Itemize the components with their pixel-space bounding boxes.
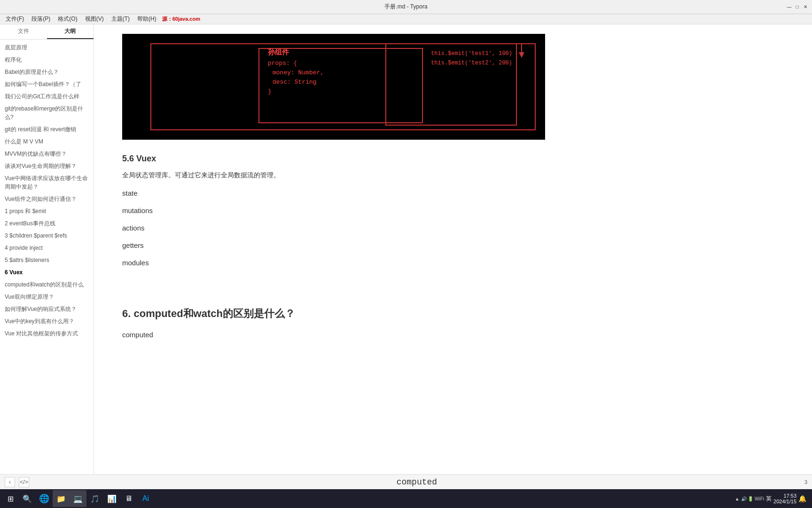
menu-paragraph[interactable]: 段落(P) bbox=[28, 14, 54, 24]
notification-icon: 🔔 bbox=[798, 495, 806, 502]
brand-label: 源：60java.com bbox=[162, 16, 200, 23]
emit2-text: this.$emit('test2', 200) bbox=[431, 60, 512, 66]
sidebar-tabs: 文件 大纲 bbox=[0, 24, 94, 40]
nav-item-程序化[interactable]: 程序化 bbox=[0, 54, 94, 66]
title-text: 手册.md - Typora bbox=[4, 3, 808, 11]
taskbar: ⊞ 🔍 🌐 📁 💻 🎵 📊 🖥 Ai ▲ 🔊 🔋 WiFi 英 17:53 20… bbox=[0, 489, 812, 508]
emit1-text: this.$emit('test1', 100) bbox=[431, 50, 512, 57]
nav-item-babel-plugin[interactable]: 如何编写一个Babel插件？（了 bbox=[0, 78, 94, 90]
props-label: props: { bbox=[268, 60, 297, 67]
nav-item-binding[interactable]: Vue双向绑定原理？ bbox=[0, 291, 94, 303]
start-button[interactable]: ⊞ bbox=[2, 490, 19, 507]
maximize-button[interactable]: □ bbox=[794, 4, 800, 10]
nav-item-key[interactable]: Vue中的key到底有什么用？ bbox=[0, 315, 94, 327]
system-icons: ▲ 🔊 🔋 WiFi bbox=[735, 496, 764, 501]
content-area[interactable]: 孙组件 props: { money: Number, desc: String… bbox=[94, 24, 812, 493]
window-controls[interactable]: — □ ✕ bbox=[786, 4, 808, 10]
status-right: 3 bbox=[804, 479, 807, 485]
nav-item-vue-comm[interactable]: Vue组件之间如何进行通信？ bbox=[0, 193, 94, 205]
vuex-description: 全局状态管理库。可通过它来进行全局数据流的管理。 bbox=[122, 169, 784, 181]
app-icon3[interactable]: Ai bbox=[137, 490, 154, 507]
close-brace: } bbox=[268, 88, 272, 95]
clock-date: 2024/1/15 bbox=[773, 499, 796, 504]
taskbar-lang: 英 bbox=[766, 495, 772, 503]
vuex-state: state bbox=[122, 187, 784, 199]
nav-item-git-rebase[interactable]: git的rebase和merge的区别是什么? bbox=[0, 103, 94, 123]
menu-help[interactable]: 帮助(H) bbox=[133, 14, 160, 24]
nav-item-vue-request[interactable]: Vue中网络请求应该放在哪个生命周期中发起？ bbox=[0, 172, 94, 193]
status-computed-text: computed bbox=[397, 477, 437, 487]
menu-theme[interactable]: 主题(T) bbox=[108, 14, 133, 24]
section-56-heading: 5.6 Vuex bbox=[122, 154, 784, 164]
title-bar: 手册.md - Typora — □ ✕ bbox=[0, 0, 812, 14]
nav-item-git-workflow[interactable]: 我们公司的Git工作流是什么样 bbox=[0, 90, 94, 103]
money-label: money: Number, bbox=[273, 69, 324, 76]
nav-item-provide[interactable]: 4 provide inject bbox=[0, 242, 94, 254]
close-button[interactable]: ✕ bbox=[802, 4, 808, 10]
nav-item-eventbus[interactable]: 2 eventBus事件总线 bbox=[0, 217, 94, 230]
main-layout: 文件 大纲 底层原理 程序化 Babel的原理是什么？ 如何编写一个Babel插… bbox=[0, 24, 812, 493]
code-toggle-button[interactable]: </> bbox=[19, 477, 29, 487]
child-component-label: 孙组件 bbox=[268, 48, 289, 57]
section-6-heading: 6. computed和watch的区别是什么？ bbox=[122, 307, 784, 321]
tab-files[interactable]: 文件 bbox=[0, 24, 47, 39]
editor-icon[interactable]: 💻 bbox=[70, 490, 86, 507]
app-icon1[interactable]: 📊 bbox=[103, 490, 120, 507]
clock-time: 17:53 bbox=[773, 493, 796, 499]
nav-item-props-emit[interactable]: 1 props 和 $emit bbox=[0, 205, 94, 217]
desc-label: desc: String bbox=[273, 79, 317, 86]
nav-item-babel[interactable]: Babel的原理是什么？ bbox=[0, 66, 94, 78]
vuex-modules: modules bbox=[122, 256, 784, 269]
nav-item-git-reset[interactable]: git的 reset回退 和 revert撤销 bbox=[0, 123, 94, 135]
nav-item-reactive[interactable]: 如何理解Vue的响应式系统？ bbox=[0, 303, 94, 315]
page-number: 3 bbox=[804, 479, 807, 485]
prev-nav-button[interactable]: ‹ bbox=[5, 477, 15, 487]
nav-item-mvvm[interactable]: 什么是 M V VM bbox=[0, 135, 94, 148]
nav-item-vue-lifecycle[interactable]: 谈谈对Vue生命周期的理解？ bbox=[0, 160, 94, 172]
media-icon[interactable]: 🎵 bbox=[86, 490, 103, 507]
menu-format[interactable]: 格式(O) bbox=[54, 14, 81, 24]
vuex-mutations: mutations bbox=[122, 204, 784, 217]
status-left: ‹ </> bbox=[5, 477, 29, 487]
vuex-actions: actions bbox=[122, 222, 784, 234]
nav-item-children[interactable]: 3 $children $parent $refs bbox=[0, 230, 94, 242]
taskbar-clock: 17:53 2024/1/15 bbox=[773, 493, 796, 504]
status-center: computed bbox=[29, 477, 804, 487]
app-icon2[interactable]: 🖥 bbox=[120, 490, 137, 507]
nav-item-compare[interactable]: Vue 对比其他框架的传参方式 bbox=[0, 327, 94, 340]
sidebar-nav: 底层原理 程序化 Babel的原理是什么？ 如何编写一个Babel插件？（了 我… bbox=[0, 40, 94, 493]
nav-item-attrs[interactable]: 5 $attrs $listeners bbox=[0, 254, 94, 266]
nav-item-底层原理[interactable]: 底层原理 bbox=[0, 41, 94, 54]
browser-icon[interactable]: 🌐 bbox=[36, 490, 53, 507]
nav-item-vuex[interactable]: 6 Vuex bbox=[0, 266, 94, 278]
search-icon[interactable]: 🔍 bbox=[19, 490, 36, 507]
menu-view[interactable]: 视图(V) bbox=[81, 14, 108, 24]
computed-label: computed bbox=[122, 328, 784, 341]
nav-item-computed-watch[interactable]: computed和watch的区别是什么 bbox=[0, 278, 94, 291]
folder-icon[interactable]: 📁 bbox=[53, 490, 70, 507]
vuex-getters: getters bbox=[122, 239, 784, 252]
component-diagram: 孙组件 props: { money: Number, desc: String… bbox=[122, 34, 545, 140]
menu-file[interactable]: 文件(F) bbox=[2, 14, 28, 24]
taskbar-system-tray: ▲ 🔊 🔋 WiFi 英 17:53 2024/1/15 🔔 bbox=[735, 493, 810, 504]
menu-bar: 文件(F) 段落(P) 格式(O) 视图(V) 主题(T) 帮助(H) 源：60… bbox=[0, 14, 812, 24]
nav-item-mvvm-pros[interactable]: MVVM的优缺点有哪些？ bbox=[0, 148, 94, 160]
tab-outline[interactable]: 大纲 bbox=[47, 24, 94, 39]
status-bar: ‹ </> computed 3 bbox=[0, 474, 812, 489]
sidebar: 文件 大纲 底层原理 程序化 Babel的原理是什么？ 如何编写一个Babel插… bbox=[0, 24, 94, 493]
minimize-button[interactable]: — bbox=[786, 4, 792, 10]
